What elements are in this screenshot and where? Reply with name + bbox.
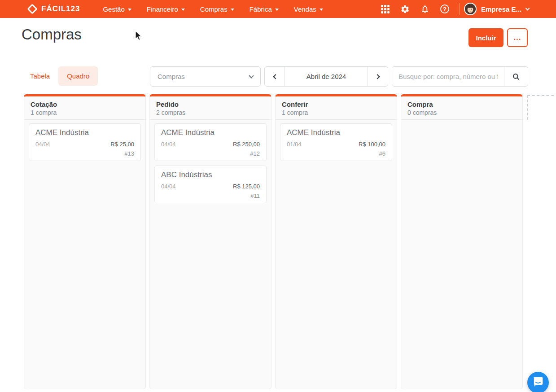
column-header: Compra 0 compras [401,96,522,120]
notifications-bell-icon[interactable] [415,4,435,14]
column-title: Conferir [282,100,390,108]
column-header: Cotação 1 compra [24,96,145,120]
menu-label: Vendas [294,5,316,13]
column-title: Compra [407,100,516,108]
ellipsis-icon: ... [514,34,521,41]
column-cards: ACME Indústria 04/04 R$ 25,00 #13 [24,120,145,165]
chat-bubble-icon [533,376,543,388]
card-date: 04/04 [161,183,176,190]
menu-label: Compras [200,5,228,13]
header-actions: Incluir ... [468,28,528,47]
menu-label: Gestão [103,5,124,13]
column-cotacao: Cotação 1 compra ACME Indústria 04/04 R$… [24,94,146,389]
column-compra: Compra 0 compras [401,94,523,389]
navbar-right: ? Empresa E... [376,3,550,15]
apps-grid-icon[interactable] [376,5,395,13]
card-value: R$ 250,00 [233,141,260,148]
caret-down-icon [231,9,234,11]
card-date: 01/04 [287,141,302,148]
main-menu: Gestão Financeiro Compras Fábrica Vendas [96,1,329,17]
card-supplier: ACME Indústria [161,128,260,137]
column-title: Cotação [31,100,139,108]
caret-down-icon [275,9,279,11]
mouse-cursor [134,30,144,43]
top-navbar: FÁCIL123 Gestão Financeiro Compras Fábri… [0,0,556,18]
search-bar [392,66,528,87]
caret-down-icon [181,9,185,11]
column-cards: ACME Indústria 01/04 R$ 100,00 #6 [276,120,397,165]
column-conferir: Conferir 1 compra ACME Indústria 01/04 R… [275,94,397,389]
column-count: 0 compras [407,109,516,116]
search-input[interactable] [392,67,504,86]
brand-logo[interactable]: FÁCIL123 [27,4,80,14]
column-count: 2 compras [156,109,265,116]
purchase-card[interactable]: ACME Indústria 01/04 R$ 100,00 #6 [280,123,392,161]
page-title: Compras [22,26,82,43]
chevron-down-icon [249,73,254,78]
kanban-board: Cotação 1 compra ACME Indústria 04/04 R$… [24,94,523,389]
new-column-placeholder [527,95,556,120]
column-count: 1 compra [282,109,390,116]
card-value: R$ 25,00 [110,141,134,148]
menu-vendas[interactable]: Vendas [287,1,330,17]
card-supplier: ACME Indústria [287,128,385,137]
purchase-card[interactable]: ACME Indústria 04/04 R$ 250,00 #12 [154,123,267,161]
view-tabs: Tabela Quadro [22,66,98,86]
period-label: Abril de 2024 [285,67,368,86]
type-select[interactable]: Compras [150,66,261,87]
column-cards: ACME Indústria 04/04 R$ 250,00 #12 ABC I… [150,120,271,207]
card-date: 04/04 [161,141,176,148]
menu-label: Fábrica [250,5,272,13]
column-title: Pedido [156,100,265,108]
search-icon [512,73,520,81]
user-name: Empresa E... [481,5,521,13]
user-avatar [464,3,477,15]
period-navigator: Abril de 2024 [264,66,388,87]
card-number: #11 [161,192,260,199]
chevron-right-icon [375,74,380,79]
type-select-value: Compras [158,73,185,80]
user-menu[interactable]: Empresa E... [464,3,550,15]
column-cards [401,120,522,127]
card-number: #13 [35,150,134,157]
caret-down-icon [128,9,131,11]
menu-compras[interactable]: Compras [193,1,241,17]
caret-down-icon [320,9,323,11]
help-circle-icon[interactable]: ? [435,4,455,13]
chevron-left-icon [273,74,278,79]
column-header: Pedido 2 compras [150,96,271,120]
card-value: R$ 125,00 [233,183,260,190]
tab-tabela[interactable]: Tabela [22,66,58,86]
chevron-down-icon [525,6,530,11]
previous-month-button[interactable] [265,67,285,86]
menu-fabrica[interactable]: Fábrica [243,1,285,17]
include-button[interactable]: Incluir [468,28,503,47]
menu-gestao[interactable]: Gestão [96,1,138,17]
navbar-divider [459,3,460,15]
card-number: #12 [161,150,260,157]
brand-name: FÁCIL123 [41,4,80,13]
more-options-button[interactable]: ... [507,28,528,47]
tab-quadro[interactable]: Quadro [58,66,98,86]
card-supplier: ACME Indústria [35,128,134,137]
search-button[interactable] [504,67,528,86]
purchase-card[interactable]: ABC Indústrias 04/04 R$ 125,00 #11 [154,166,267,203]
card-value: R$ 100,00 [359,141,385,148]
card-number: #6 [287,150,385,157]
card-date: 04/04 [35,141,50,148]
facil123-diamond-icon [27,4,38,14]
column-header: Conferir 1 compra [276,96,397,120]
chat-launcher-button[interactable] [527,372,549,392]
card-supplier: ABC Indústrias [161,170,260,179]
menu-financeiro[interactable]: Financeiro [140,1,192,17]
next-month-button[interactable] [368,67,388,86]
column-count: 1 compra [31,109,139,116]
menu-label: Financeiro [147,5,178,13]
column-pedido: Pedido 2 compras ACME Indústria 04/04 R$… [149,94,271,389]
settings-gear-icon[interactable] [395,4,415,14]
purchase-card[interactable]: ACME Indústria 04/04 R$ 25,00 #13 [29,123,141,161]
